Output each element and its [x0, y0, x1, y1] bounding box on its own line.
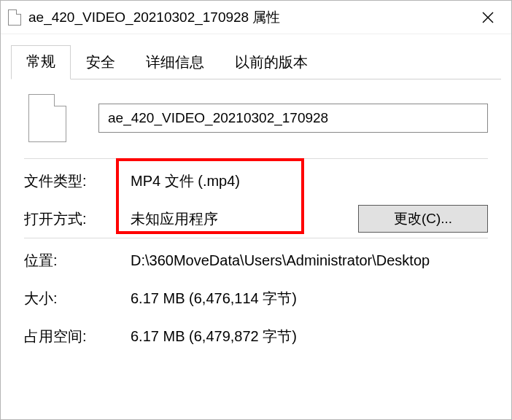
divider: [24, 238, 488, 238]
value-size-on-disk: 6.17 MB (6,479,872 字节): [131, 327, 488, 346]
tab-content-general: 文件类型: MP4 文件 (.mp4) 打开方式: 未知应用程序 更改(C)..…: [1, 79, 511, 355]
label-size-on-disk: 占用空间:: [24, 327, 131, 346]
label-size: 大小:: [24, 289, 131, 308]
titlebar: ae_420_VIDEO_20210302_170928 属性: [1, 1, 511, 34]
tabs-container: 常规 安全 详细信息 以前的版本: [1, 34, 511, 79]
change-button[interactable]: 更改(C)...: [358, 205, 488, 233]
window-title: ae_420_VIDEO_20210302_170928 属性: [28, 8, 472, 27]
value-size: 6.17 MB (6,476,114 字节): [131, 289, 488, 308]
row-size-on-disk: 占用空间: 6.17 MB (6,479,872 字节): [24, 317, 488, 355]
label-open-with: 打开方式:: [24, 209, 131, 229]
filename-input[interactable]: [98, 104, 488, 133]
row-size: 大小: 6.17 MB (6,476,114 字节): [24, 279, 488, 317]
row-location: 位置: D:\360MoveData\Users\Administrator\D…: [24, 241, 488, 279]
file-icon: [8, 9, 21, 26]
tab-previous-versions[interactable]: 以前的版本: [220, 46, 323, 79]
tab-details[interactable]: 详细信息: [131, 46, 220, 79]
divider: [24, 158, 488, 159]
label-location: 位置:: [24, 251, 131, 271]
close-icon: [482, 12, 494, 23]
value-open-with: 未知应用程序: [131, 209, 351, 229]
close-button[interactable]: [472, 1, 504, 34]
label-file-type: 文件类型:: [24, 171, 131, 191]
tab-security[interactable]: 安全: [71, 46, 131, 79]
tabs: 常规 安全 详细信息 以前的版本: [11, 44, 501, 79]
filename-row: [24, 94, 488, 142]
value-location: D:\360MoveData\Users\Administrator\Deskt…: [131, 252, 488, 269]
row-file-type: 文件类型: MP4 文件 (.mp4): [24, 162, 488, 200]
properties-dialog: ae_420_VIDEO_20210302_170928 属性 常规 安全 详细…: [0, 0, 512, 420]
value-file-type: MP4 文件 (.mp4): [131, 171, 488, 191]
row-open-with: 打开方式: 未知应用程序 更改(C)...: [24, 200, 488, 238]
tab-general[interactable]: 常规: [11, 45, 71, 79]
file-type-icon: [28, 94, 66, 142]
